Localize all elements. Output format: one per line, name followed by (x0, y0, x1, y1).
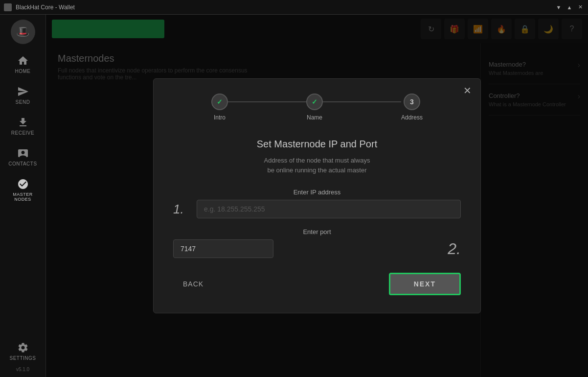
ip-form-group: Enter IP address 1. (173, 188, 461, 218)
titlebar-left: BlackHat Core - Wallet (4, 3, 75, 11)
minimize-button[interactable]: ▼ (555, 3, 563, 11)
port-label: Enter port (173, 228, 461, 236)
port-form-group: Enter port 2. (173, 228, 461, 258)
sidebar-item-receive[interactable]: RECEIVE (0, 111, 45, 141)
receive-icon (17, 117, 29, 128)
step-number-1: 1. (173, 202, 191, 217)
step-name-label: Name (307, 114, 322, 121)
ip-input-row: 1. (173, 200, 461, 218)
step-address: 3 Address (401, 94, 423, 121)
stepper: ✓ Intro ✓ Name 3 Address (173, 94, 461, 121)
modal-close-button[interactable]: ✕ (463, 86, 472, 95)
sidebar-item-settings[interactable]: SETTINGS (0, 336, 45, 367)
back-button[interactable]: BACK (173, 275, 213, 293)
ip-label: Enter IP address (173, 188, 461, 196)
step-name: ✓ Name (306, 94, 323, 121)
step-name-circle: ✓ (306, 94, 323, 110)
modal-dialog: ✕ ✓ Intro ✓ Name 3 Address (153, 78, 481, 313)
step-address-circle: 3 (404, 94, 420, 110)
settings-icon (17, 342, 29, 353)
modal-backdrop: ✕ ✓ Intro ✓ Name 3 Address (46, 15, 588, 377)
step-address-label: Address (401, 114, 423, 121)
titlebar-controls: ▼ ▲ ✕ (555, 3, 584, 11)
sidebar-item-send[interactable]: SEND (0, 80, 45, 111)
sidebar: 🎩 HOME SEND RECEIVE CONTACTS MASTER NODE… (0, 15, 46, 377)
titlebar: BlackHat Core - Wallet ▼ ▲ ✕ (0, 0, 588, 15)
version-label: v5.1.0 (16, 367, 29, 377)
app-layout: 🎩 HOME SEND RECEIVE CONTACTS MASTER NODE… (0, 15, 588, 377)
step-line-2 (323, 101, 401, 102)
next-button[interactable]: NEXT (389, 273, 461, 295)
step-intro-label: Intro (214, 114, 226, 121)
send-icon (17, 86, 29, 97)
step-intro: ✓ Intro (211, 94, 228, 121)
step-intro-circle: ✓ (211, 94, 228, 110)
sidebar-item-home[interactable]: HOME (0, 49, 45, 80)
port-input-row: 2. (173, 239, 461, 258)
main-content: ↻ 🎁 📶 🔥 🔒 🌙 ? Masternodes Full nodes tha… (46, 15, 588, 377)
ip-input[interactable] (197, 200, 461, 218)
masternodes-icon (17, 178, 29, 190)
home-icon (17, 55, 29, 67)
modal-heading: Set Masternode IP and Port (173, 139, 461, 150)
restore-button[interactable]: ▲ (565, 3, 573, 11)
close-button[interactable]: ✕ (576, 3, 584, 11)
sidebar-item-contacts[interactable]: CONTACTS (0, 141, 45, 172)
sidebar-item-masternodes[interactable]: MASTER NODES (0, 172, 45, 208)
step-line-1 (228, 101, 306, 102)
app-icon (4, 3, 12, 11)
contacts-icon (17, 147, 29, 159)
step-number-2: 2. (443, 240, 461, 258)
window-title: BlackHat Core - Wallet (16, 4, 75, 11)
avatar: 🎩 (11, 20, 35, 44)
modal-footer: BACK NEXT (173, 273, 461, 295)
modal-description: Address of the node that must always be … (173, 156, 461, 175)
port-input[interactable] (173, 239, 273, 258)
